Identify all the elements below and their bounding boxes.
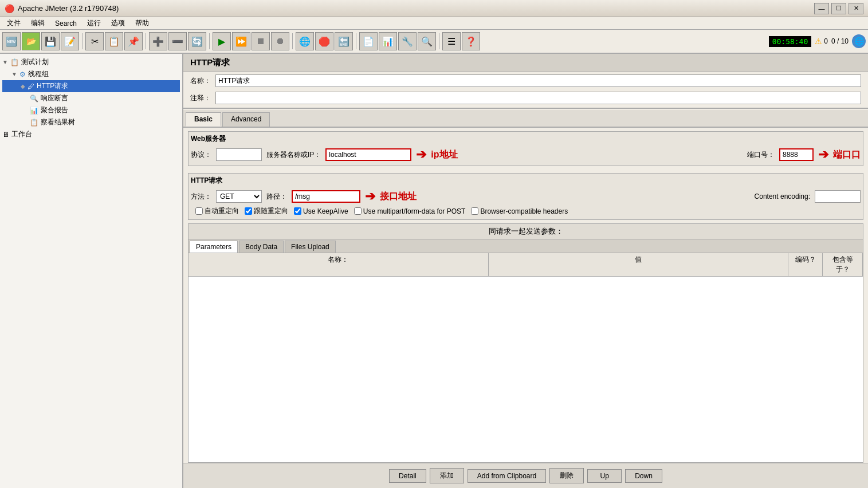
menu-options[interactable]: 选项: [107, 17, 129, 29]
port-input[interactable]: [779, 148, 814, 161]
params-body: [188, 277, 863, 462]
app-icon: 🔴: [5, 4, 14, 13]
menu-help[interactable]: 帮助: [131, 17, 154, 29]
function-button[interactable]: 🔧: [398, 32, 417, 50]
help-btn[interactable]: ❓: [462, 32, 480, 50]
port-label: 端口号：: [747, 150, 775, 160]
expand-icon-2: ▼: [11, 71, 17, 77]
menu-file[interactable]: 文件: [2, 17, 25, 29]
ip-annotation: ip地址: [431, 149, 457, 161]
params-tab-body[interactable]: Body Data: [239, 241, 284, 253]
paste-button[interactable]: 📌: [124, 32, 143, 50]
list-button[interactable]: ☰: [442, 32, 461, 50]
comment-field-row: 注释：: [183, 89, 868, 107]
save-button[interactable]: 💾: [41, 32, 60, 50]
params-tab-files[interactable]: Files Upload: [285, 241, 336, 253]
name-label: 名称：: [190, 76, 211, 86]
add-button[interactable]: ➕: [149, 32, 167, 50]
new-button[interactable]: 🆕: [2, 32, 21, 50]
start-no-pause-button[interactable]: ⏩: [232, 32, 250, 50]
open-button[interactable]: 📂: [22, 32, 40, 50]
params-tabs: Parameters Body Data Files Upload: [188, 239, 863, 253]
window-title: Apache JMeter (3.2 r1790748): [18, 4, 119, 13]
cut-button[interactable]: ✂: [85, 32, 104, 50]
browser-headers-checkbox-item: Browser-compatible headers: [471, 207, 568, 215]
stop-button[interactable]: ⏹: [252, 32, 270, 50]
view-tree-icon: 📋: [30, 119, 38, 127]
expand-icon-3: ◆: [21, 83, 25, 89]
toolbar-right: 00:58:40 ⚠ 0 0 / 10 🌐: [769, 34, 866, 48]
protocol-input[interactable]: [216, 148, 262, 161]
browser-headers-checkbox[interactable]: [471, 207, 478, 215]
remote-start-button[interactable]: 🌐: [296, 32, 314, 50]
auto-redirect-checkbox-item: 自动重定向: [195, 206, 239, 216]
response-assert-icon: 🔍: [30, 95, 38, 103]
delete-button[interactable]: 删除: [549, 468, 584, 483]
port-arrow: ➔: [818, 147, 828, 162]
add-param-button[interactable]: 添加: [430, 468, 464, 483]
port-annotation: 端口口: [833, 149, 861, 161]
path-label: 路径：: [266, 192, 287, 202]
comment-input[interactable]: [215, 92, 861, 104]
server-input[interactable]: [325, 148, 411, 161]
method-select[interactable]: GET POST PUT DELETE: [216, 190, 262, 203]
tree-item-response-assert[interactable]: 🔍 响应断言: [2, 92, 180, 104]
tree-item-label-7: 工作台: [11, 129, 32, 139]
menu-search[interactable]: Search: [50, 18, 81, 29]
follow-redirect-checkbox[interactable]: [245, 207, 252, 215]
http-request-title: HTTP请求: [191, 176, 861, 186]
globe-icon: 🌐: [852, 34, 866, 48]
main-layout: ▼ 📋 测试计划 ▼ ⚙ 线程组 ◆ 🖊 HTTP请求 🔍 响应断言 📊 聚合报…: [0, 54, 868, 488]
test-plan-icon: 📋: [10, 58, 19, 66]
tree-item-workbench[interactable]: 🖥 工作台: [2, 128, 180, 140]
shutdown-button[interactable]: ⏺: [271, 32, 289, 50]
web-service-section: Web服务器 协议： 服务器名称或IP： ➔ ip地址 端口号： ➔ 端口口: [188, 131, 863, 166]
templates-button[interactable]: 📄: [359, 32, 378, 50]
separator-6: [439, 33, 439, 49]
start-button[interactable]: ▶: [213, 32, 231, 50]
tree-item-view-tree[interactable]: 📋 察看结果树: [2, 116, 180, 128]
comment-label: 注释：: [190, 93, 211, 103]
title-bar: 🔴 Apache JMeter (3.2 r1790748) — ☐ ✕: [0, 0, 868, 17]
web-service-title: Web服务器: [191, 134, 861, 144]
menu-edit[interactable]: 编辑: [26, 17, 49, 29]
tree-item-http-request[interactable]: ◆ 🖊 HTTP请求: [2, 80, 180, 92]
multipart-checkbox[interactable]: [354, 207, 362, 215]
maximize-button[interactable]: ☐: [831, 3, 846, 14]
keep-alive-checkbox[interactable]: [294, 207, 301, 215]
separator-2: [146, 33, 146, 49]
clear-button[interactable]: 🔄: [188, 32, 206, 50]
path-input[interactable]: [292, 190, 360, 203]
menu-run[interactable]: 运行: [83, 17, 105, 29]
detail-button[interactable]: Detail: [389, 469, 426, 483]
up-button[interactable]: Up: [587, 469, 622, 483]
tab-advanced[interactable]: Advanced: [222, 112, 270, 127]
save-as-button[interactable]: 📝: [61, 32, 79, 50]
remove-button[interactable]: ➖: [168, 32, 187, 50]
add-from-clipboard-button[interactable]: Add from Clipboard: [468, 469, 546, 483]
tree-item-test-plan[interactable]: ▼ 📋 测试计划: [2, 56, 180, 68]
separator-3: [209, 33, 210, 49]
close-button[interactable]: ✕: [849, 3, 863, 14]
tree-item-label-2: 线程组: [28, 69, 49, 79]
http-request-row: 方法： GET POST PUT DELETE 路径： ➔ 接口地址 Conte…: [191, 188, 861, 205]
tree-item-thread-group[interactable]: ▼ ⚙ 线程组: [2, 68, 180, 80]
encoding-input[interactable]: [815, 190, 861, 203]
copy-button[interactable]: 📋: [105, 32, 123, 50]
tree-item-aggregate-report[interactable]: 📊 聚合报告: [2, 104, 180, 116]
remote-stop-button[interactable]: 🛑: [315, 32, 333, 50]
down-button[interactable]: Down: [625, 469, 662, 483]
params-tab-parameters[interactable]: Parameters: [190, 241, 238, 253]
name-input[interactable]: [215, 74, 861, 87]
minimize-button[interactable]: —: [814, 3, 829, 14]
search-btn[interactable]: 🔍: [418, 32, 436, 50]
follow-redirect-label: 跟随重定向: [254, 206, 288, 216]
separator-5: [356, 33, 356, 49]
log-button[interactable]: 📊: [379, 32, 397, 50]
col-encode: 编码？: [788, 253, 823, 276]
remote-exit-button[interactable]: 🔚: [335, 32, 353, 50]
workbench-icon: 🖥: [2, 131, 9, 139]
auto-redirect-checkbox[interactable]: [195, 207, 203, 215]
tab-basic[interactable]: Basic: [186, 112, 221, 127]
multipart-checkbox-item: Use multipart/form-data for POST: [354, 207, 466, 215]
